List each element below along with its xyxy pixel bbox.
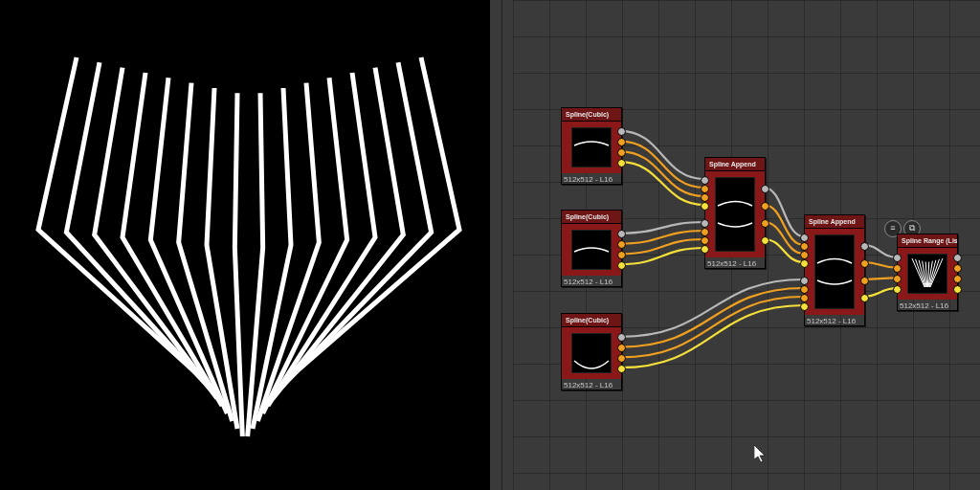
- port-in-top-3[interactable]: [701, 202, 709, 211]
- node-body: [562, 122, 621, 173]
- port-out-2[interactable]: [617, 251, 626, 259]
- node-resolution-label: 512x512 - L16: [898, 300, 957, 310]
- node-resolution-label: 512x512 - L16: [705, 257, 765, 268]
- port-in-3[interactable]: [893, 285, 902, 294]
- node-thumbnail: [571, 127, 612, 167]
- port-out-0[interactable]: [617, 333, 626, 342]
- preview-pane: [0, 0, 490, 490]
- port-in-0[interactable]: [893, 254, 902, 262]
- port-in-top-0[interactable]: [701, 176, 709, 185]
- node-spline-append-2[interactable]: Spline Append512x512 - L16: [804, 214, 865, 326]
- port-out-0[interactable]: [761, 185, 769, 193]
- node-thumbnail: [571, 230, 612, 270]
- node-spline-cubic-2[interactable]: Spline(Cubic)512x512 - L16: [561, 210, 622, 287]
- port-out-3[interactable]: [860, 294, 869, 302]
- port-in-bottom-2[interactable]: [701, 236, 709, 245]
- port-out-1[interactable]: [860, 259, 869, 268]
- node-title: Spline Append: [705, 158, 765, 171]
- app-root: ≡ ⧉ Spline(Cubic)512x512 - L16Spline(Cub…: [0, 0, 980, 490]
- port-in-top-0[interactable]: [800, 234, 809, 242]
- port-in-bottom-1[interactable]: [701, 228, 709, 236]
- mouse-cursor-icon: [754, 445, 768, 464]
- port-out-0[interactable]: [953, 254, 962, 262]
- node-thumbnail: [571, 333, 612, 373]
- port-in-bottom-0[interactable]: [701, 219, 709, 228]
- node-thumbnail: [715, 177, 755, 252]
- port-out-0[interactable]: [617, 230, 626, 238]
- node-thumbnail: [814, 234, 855, 309]
- node-title: Spline Append: [805, 215, 864, 229]
- port-out-2[interactable]: [761, 219, 769, 228]
- node-title: Spline(Cubic): [562, 314, 621, 327]
- port-out-2[interactable]: [860, 277, 869, 285]
- port-out-1[interactable]: [953, 264, 962, 273]
- port-out-1[interactable]: [617, 344, 626, 352]
- node-spline-append-1[interactable]: Spline Append512x512 - L16: [704, 157, 766, 269]
- port-out-1[interactable]: [617, 240, 626, 249]
- pane-divider[interactable]: [490, 0, 513, 490]
- node-title: Spline(Cubic): [562, 211, 621, 224]
- node-body: [562, 327, 621, 379]
- port-out-1[interactable]: [761, 202, 769, 211]
- port-in-top-1[interactable]: [701, 185, 709, 193]
- port-out-2[interactable]: [617, 354, 626, 363]
- port-in-1[interactable]: [893, 264, 902, 273]
- port-out-2[interactable]: [617, 148, 626, 157]
- node-spline-cubic-3[interactable]: Spline(Cubic)512x512 - L16: [561, 313, 622, 390]
- node-spline-cubic-1[interactable]: Spline(Cubic)512x512 - L16: [561, 107, 622, 185]
- node-body: [898, 248, 957, 300]
- port-in-top-2[interactable]: [701, 193, 709, 202]
- port-in-bottom-0[interactable]: [800, 277, 809, 285]
- port-out-3[interactable]: [617, 365, 626, 373]
- port-in-bottom-3[interactable]: [800, 302, 809, 311]
- node-body: [705, 171, 765, 257]
- port-out-3[interactable]: [953, 285, 962, 294]
- svg-line-1: [916, 259, 925, 287]
- node-spline-range-list[interactable]: Spline Range (List)512x512 - L16: [897, 234, 958, 311]
- port-in-2[interactable]: [893, 275, 902, 283]
- node-title: Spline(Cubic): [562, 108, 621, 122]
- svg-line-8: [929, 259, 939, 287]
- port-in-bottom-3[interactable]: [701, 245, 709, 254]
- node-body: [562, 224, 621, 276]
- port-out-2[interactable]: [953, 275, 962, 283]
- port-out-1[interactable]: [617, 138, 626, 146]
- node-title: Spline Range (List): [898, 234, 957, 248]
- port-out-3[interactable]: [617, 159, 626, 167]
- node-resolution-label: 512x512 - L16: [805, 315, 864, 325]
- port-in-bottom-1[interactable]: [800, 285, 809, 294]
- port-in-top-2[interactable]: [800, 251, 809, 259]
- port-in-bottom-2[interactable]: [800, 294, 809, 302]
- node-thumbnail: [907, 254, 947, 294]
- node-body: [805, 229, 864, 315]
- port-out-3[interactable]: [761, 236, 769, 245]
- port-out-0[interactable]: [860, 242, 869, 251]
- node-resolution-label: 512x512 - L16: [562, 173, 621, 184]
- port-out-0[interactable]: [617, 127, 626, 136]
- port-in-top-3[interactable]: [800, 259, 809, 268]
- port-in-top-1[interactable]: [800, 242, 809, 251]
- port-out-3[interactable]: [617, 261, 626, 270]
- node-resolution-label: 512x512 - L16: [562, 276, 621, 286]
- node-resolution-label: 512x512 - L16: [562, 379, 621, 390]
- node-graph-pane[interactable]: ≡ ⧉ Spline(Cubic)512x512 - L16Spline(Cub…: [513, 0, 980, 490]
- preview-svg: [0, 0, 490, 490]
